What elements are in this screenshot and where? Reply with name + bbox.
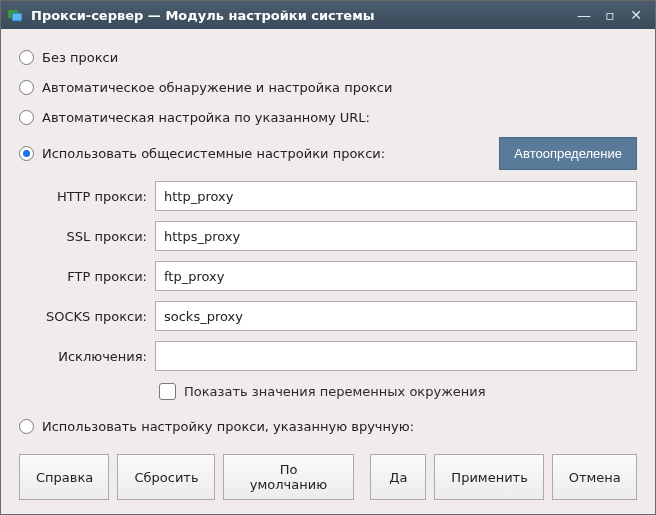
cancel-button[interactable]: Отмена [552, 454, 637, 500]
radio-label: Использовать общесистемные настройки про… [42, 146, 385, 161]
socks-proxy-label: SOCKS прокси: [19, 309, 149, 324]
button-bar: Справка Сбросить По умолчанию Да Примени… [1, 442, 655, 514]
radio-label: Автоматическое обнаружение и настройка п… [42, 80, 392, 95]
ftp-proxy-label: FTP прокси: [19, 269, 149, 284]
ssl-proxy-label: SSL прокси: [19, 229, 149, 244]
close-button[interactable]: ✕ [623, 5, 649, 25]
show-env-checkbox-row[interactable]: Показать значения переменных окружения [159, 383, 637, 400]
defaults-button[interactable]: По умолчанию [223, 454, 355, 500]
radio-no-proxy[interactable]: Без прокси [19, 43, 637, 71]
minimize-button[interactable]: — [571, 5, 597, 25]
radio-label: Без прокси [42, 50, 118, 65]
radio-manual-proxy[interactable]: Использовать настройку прокси, указанную… [19, 412, 637, 440]
socks-proxy-input[interactable] [155, 301, 637, 331]
svg-rect-1 [12, 13, 22, 21]
radio-icon [19, 50, 34, 65]
radio-label: Автоматическая настройка по указанному U… [42, 110, 370, 125]
radio-system-proxy[interactable]: Использовать общесистемные настройки про… [19, 146, 385, 161]
http-proxy-label: HTTP прокси: [19, 189, 149, 204]
radio-auto-detect[interactable]: Автоматическое обнаружение и настройка п… [19, 73, 637, 101]
reset-button[interactable]: Сбросить [117, 454, 214, 500]
radio-icon [19, 80, 34, 95]
dialog-body: Без прокси Автоматическое обнаружение и … [1, 29, 655, 442]
radio-icon [19, 146, 34, 161]
window-title: Прокси-сервер — Модуль настройки системы [31, 8, 571, 23]
radio-icon [19, 419, 34, 434]
dialog-window: Прокси-сервер — Модуль настройки системы… [0, 0, 656, 515]
autodetect-button[interactable]: Автоопределение [499, 137, 637, 170]
apply-button[interactable]: Применить [434, 454, 543, 500]
http-proxy-input[interactable] [155, 181, 637, 211]
radio-label: Использовать настройку прокси, указанную… [42, 419, 414, 434]
checkbox-icon [159, 383, 176, 400]
radio-auto-url[interactable]: Автоматическая настройка по указанному U… [19, 103, 637, 131]
proxy-form: HTTP прокси: SSL прокси: FTP прокси: SOC… [19, 181, 637, 371]
maximize-button[interactable]: ▫ [597, 5, 623, 25]
titlebar[interactable]: Прокси-сервер — Модуль настройки системы… [1, 1, 655, 29]
ok-button[interactable]: Да [370, 454, 426, 500]
radio-icon [19, 110, 34, 125]
help-button[interactable]: Справка [19, 454, 109, 500]
ftp-proxy-input[interactable] [155, 261, 637, 291]
ssl-proxy-input[interactable] [155, 221, 637, 251]
exceptions-input[interactable] [155, 341, 637, 371]
app-icon [7, 7, 23, 23]
checkbox-label: Показать значения переменных окружения [184, 384, 486, 399]
exceptions-label: Исключения: [19, 349, 149, 364]
